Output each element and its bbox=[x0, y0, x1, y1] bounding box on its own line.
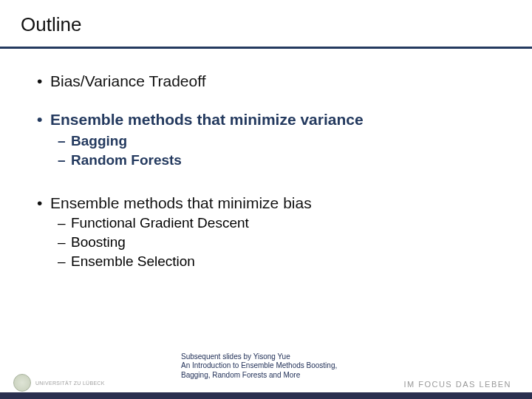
university-name: UNIVERSITÄT ZU LÜBECK bbox=[35, 381, 105, 386]
dash-icon: – bbox=[58, 252, 71, 271]
dash-icon: – bbox=[58, 132, 71, 151]
slide-title: Outline bbox=[21, 13, 532, 36]
bullet-icon: • bbox=[37, 72, 50, 90]
sub-text: Boosting bbox=[71, 234, 126, 250]
dash-icon: – bbox=[58, 233, 71, 252]
bullet-item-2: •Ensemble methods that minimize variance bbox=[37, 111, 502, 129]
footer-motto: IM FOCUS DAS LEBEN bbox=[403, 380, 511, 389]
title-area: Outline bbox=[0, 0, 532, 41]
bullet-item-3: •Ensemble methods that minimize bias bbox=[37, 194, 502, 212]
bullet-icon: • bbox=[37, 111, 50, 129]
credit-line: Subsequent slides by Yisong Yue bbox=[181, 352, 337, 362]
dash-icon: – bbox=[58, 214, 71, 233]
sub-text: Functional Gradient Descent bbox=[71, 215, 249, 231]
item-text: Bias/Variance Tradeoff bbox=[50, 72, 206, 89]
footer: UNIVERSITÄT ZU LÜBECK IM FOCUS DAS LEBEN bbox=[0, 365, 532, 399]
sub-text: Random Forests bbox=[71, 152, 182, 168]
sub-item: –Boosting bbox=[58, 233, 502, 252]
seal-icon bbox=[13, 374, 31, 392]
sub-list-3: –Functional Gradient Descent –Boosting –… bbox=[58, 214, 502, 270]
university-logo: UNIVERSITÄT ZU LÜBECK bbox=[13, 374, 105, 392]
sub-item: –Bagging bbox=[58, 132, 502, 151]
sub-item: –Random Forests bbox=[58, 151, 502, 170]
content-area: •Bias/Variance Tradeoff •Ensemble method… bbox=[0, 49, 532, 270]
sub-text: Ensemble Selection bbox=[71, 253, 195, 269]
dash-icon: – bbox=[58, 151, 71, 170]
item-text: Ensemble methods that minimize bias bbox=[50, 194, 312, 211]
footer-bar bbox=[0, 392, 532, 399]
sub-item: –Ensemble Selection bbox=[58, 252, 502, 271]
bullet-item-1: •Bias/Variance Tradeoff bbox=[37, 72, 502, 90]
bullet-icon: • bbox=[37, 194, 50, 212]
sub-text: Bagging bbox=[71, 133, 127, 149]
item-text: Ensemble methods that minimize variance bbox=[50, 111, 364, 128]
sub-list-2: –Bagging –Random Forests bbox=[58, 132, 502, 169]
sub-item: –Functional Gradient Descent bbox=[58, 214, 502, 233]
